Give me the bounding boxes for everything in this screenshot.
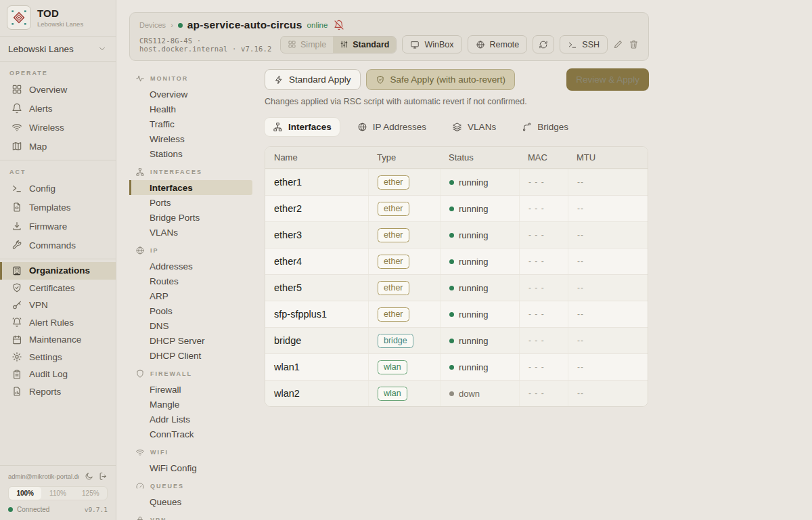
globe-icon: [476, 40, 485, 49]
mac-value: - - -: [528, 204, 545, 213]
sidebar-item-maintenance[interactable]: Maintenance: [0, 331, 116, 349]
table-row-ether1[interactable]: ether1etherrunning- - ---: [265, 169, 648, 195]
cell-mtu: --: [568, 381, 648, 406]
table-row-wlan2[interactable]: wlan2wlandown- - ---: [265, 380, 648, 406]
mtu-value: --: [577, 230, 584, 240]
view-mode-label: Simple: [300, 40, 326, 49]
ui-zoom-option-100[interactable]: 100%: [9, 487, 41, 500]
subnav-item-arp[interactable]: ARP: [129, 288, 252, 303]
review-apply-button[interactable]: Review & Apply: [566, 68, 649, 91]
ui-zoom-option-110[interactable]: 110%: [41, 487, 74, 500]
tab-interfaces[interactable]: Interfaces: [265, 118, 340, 136]
sidebar-item-map[interactable]: Map: [0, 137, 116, 156]
sidebar-item-wireless[interactable]: Wireless: [0, 118, 116, 137]
subnav-group-label: INTERFACES: [150, 169, 202, 175]
type-badge: wlan: [378, 387, 407, 401]
subnav-item-pools[interactable]: Pools: [129, 303, 252, 318]
sidebar-item-certificates[interactable]: Certificates: [0, 280, 116, 297]
pencil-button[interactable]: [613, 39, 623, 49]
mac-value: - - -: [528, 257, 545, 266]
subnav-item-wireless[interactable]: Wireless: [129, 131, 252, 146]
org-selector[interactable]: Lebowski Lanes: [0, 37, 116, 61]
calendar-icon: [12, 334, 22, 345]
subnav-item-bridge-ports[interactable]: Bridge Ports: [129, 210, 252, 225]
trash-button[interactable]: [629, 39, 639, 49]
subnav-item-dhcp-server[interactable]: DHCP Server: [129, 333, 252, 348]
table-row-ether2[interactable]: ether2etherrunning- - ---: [265, 195, 648, 221]
sidebar-item-alerts[interactable]: Alerts: [0, 99, 116, 118]
ui-zoom-option-125[interactable]: 125%: [74, 487, 107, 500]
view-mode-standard[interactable]: Standard: [333, 37, 396, 53]
notifications-muted-bell-off-icon[interactable]: [334, 20, 344, 30]
sidebar-item-label: Config: [29, 183, 55, 194]
subnav-item-wifi-config[interactable]: WiFi Config: [129, 460, 252, 475]
bell-ring-icon: [12, 317, 22, 328]
sidebar-item-reports[interactable]: Reports: [0, 383, 116, 401]
status-text: running: [459, 230, 488, 240]
file-code-icon: [12, 202, 22, 213]
sidebar-item-config[interactable]: Config: [0, 179, 116, 198]
sidebar-item-audit-log[interactable]: Audit Log: [0, 366, 116, 383]
map-icon: [12, 141, 22, 152]
remote-button[interactable]: Remote: [468, 35, 528, 53]
nav-section-label: OPERATE: [0, 64, 116, 80]
dark-mode-toggle-moon-icon[interactable]: [85, 472, 93, 481]
tab-bridges[interactable]: Bridges: [514, 118, 577, 136]
logout-icon[interactable]: [99, 472, 108, 481]
cell-name: wlan2: [265, 381, 368, 406]
subnav-item-vlans[interactable]: VLANs: [129, 225, 252, 240]
sidebar-item-alert-rules[interactable]: Alert Rules: [0, 314, 116, 332]
subnav-item-health[interactable]: Health: [129, 102, 252, 116]
breadcrumb-devices-link[interactable]: Devices: [139, 21, 166, 29]
subnav-item-overview[interactable]: Overview: [129, 87, 252, 102]
subnav-item-ports[interactable]: Ports: [129, 195, 252, 210]
safe-apply-button[interactable]: Safe Apply (with auto-revert): [366, 69, 515, 90]
subnav-item-stations[interactable]: Stations: [129, 146, 252, 161]
view-mode-simple[interactable]: Simple: [281, 37, 333, 53]
subnav-group-label: QUEUES: [150, 483, 184, 490]
breadcrumb-separator: ›: [171, 21, 173, 29]
table-row-sfp-sfpplus1[interactable]: sfp-sfpplus1etherrunning- - ---: [265, 301, 648, 327]
subnav-group-firewall: FIREWALLFirewallMangleAddr ListsConnTrac…: [129, 365, 265, 441]
tab-vlans[interactable]: VLANs: [444, 118, 504, 136]
subnav-item-dns[interactable]: DNS: [129, 318, 252, 333]
table-row-ether3[interactable]: ether3etherrunning- - ---: [265, 221, 648, 248]
subnav-item-addresses[interactable]: Addresses: [129, 259, 252, 274]
ssh-button[interactable]: SSH: [560, 35, 608, 53]
subnav-group-header: IP: [129, 242, 265, 259]
subnav-item-addr-lists[interactable]: Addr Lists: [129, 412, 252, 427]
subnav-item-dhcp-client[interactable]: DHCP Client: [129, 348, 252, 363]
type-badge: ether: [378, 255, 409, 269]
table-row-ether4[interactable]: ether4etherrunning- - ---: [265, 248, 648, 274]
key-icon: [12, 300, 22, 311]
subnav-item-firewall[interactable]: Firewall: [129, 382, 252, 397]
sidebar-item-overview[interactable]: Overview: [0, 80, 116, 99]
table-row-bridge[interactable]: bridgebridgerunning- - ---: [265, 327, 648, 353]
sidebar-item-commands[interactable]: Commands: [0, 236, 116, 255]
subnav-item-mangle[interactable]: Mangle: [129, 397, 252, 412]
sidebar-item-organizations[interactable]: Organizations: [0, 262, 116, 280]
table-row-ether5[interactable]: ether5etherrunning- - ---: [265, 274, 648, 301]
subnav-item-routes[interactable]: Routes: [129, 274, 252, 288]
subnav-item-queues[interactable]: Queues: [129, 494, 252, 509]
cell-status: running: [440, 275, 519, 301]
sidebar-item-templates[interactable]: Templates: [0, 198, 116, 217]
tab-ip-addresses[interactable]: IP Addresses: [349, 118, 434, 136]
connection-status: Connected: [17, 506, 49, 513]
cell-status: running: [440, 328, 519, 353]
subnav-item-traffic[interactable]: Traffic: [129, 116, 252, 131]
subnav-group-header: INTERFACES: [129, 163, 265, 180]
sidebar-item-settings[interactable]: Settings: [0, 349, 116, 366]
sidebar-item-vpn[interactable]: VPN: [0, 297, 116, 314]
interface-name: wlan2: [274, 388, 300, 399]
subnav-item-interfaces[interactable]: Interfaces: [129, 180, 252, 195]
subnav-item-conntrack[interactable]: ConnTrack: [129, 427, 252, 441]
winbox-button[interactable]: WinBox: [402, 35, 461, 53]
refresh-button[interactable]: [533, 35, 554, 53]
table-row-wlan1[interactable]: wlan1wlanrunning- - ---: [265, 353, 648, 380]
status-text: running: [459, 336, 488, 346]
sidebar-item-firmware[interactable]: Firmware: [0, 217, 116, 236]
mtu-value: --: [577, 389, 584, 398]
mac-value: - - -: [528, 336, 545, 345]
standard-apply-button[interactable]: Standard Apply: [265, 69, 361, 90]
